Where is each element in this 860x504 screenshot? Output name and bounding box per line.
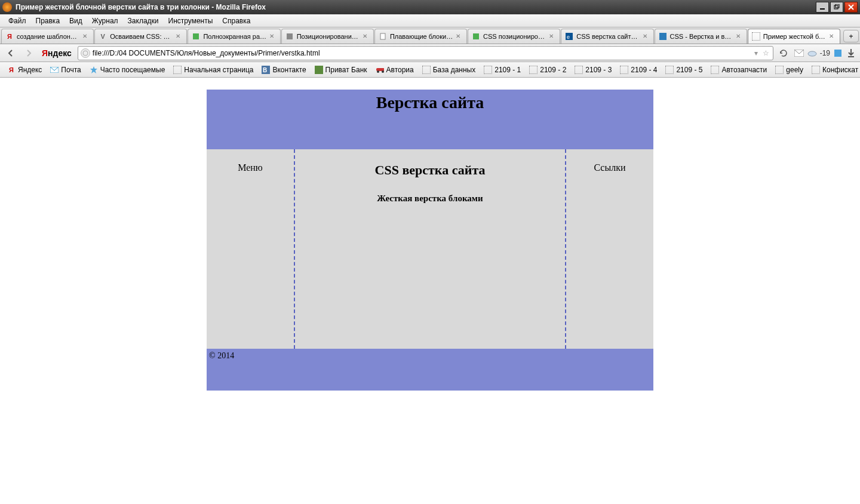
menu-edit[interactable]: Правка — [31, 16, 65, 26]
nav-extras: -19 — [794, 48, 856, 59]
site-header-title: Верстка сайта — [207, 90, 653, 112]
tab-favicon-icon — [285, 32, 294, 41]
bookmark-favicon-icon — [575, 66, 583, 74]
tab[interactable]: VОсваиваем CSS: ма...✕ — [94, 29, 187, 44]
bookmark-item[interactable]: База данных — [419, 64, 479, 76]
tab-close-icon[interactable]: ✕ — [549, 33, 556, 40]
svg-text:B: B — [263, 67, 267, 73]
bookmark-item[interactable]: ЯЯндекс — [4, 64, 45, 76]
bookmark-favicon-icon — [376, 66, 384, 74]
bookmark-label: Вконтакте — [272, 66, 306, 74]
tab-close-icon[interactable]: ✕ — [829, 33, 836, 40]
tab[interactable]: eCSS верстка сайта - ...✕ — [561, 29, 653, 44]
bookmark-item[interactable]: 2109 - 4 — [616, 64, 661, 76]
bookmark-favicon-icon — [50, 66, 59, 74]
svg-rect-6 — [287, 33, 293, 39]
bookmark-item[interactable]: 2109 - 2 — [526, 64, 570, 76]
tab-close-icon[interactable]: ✕ — [643, 33, 650, 40]
bookmark-item[interactable]: 2109 - 3 — [571, 64, 615, 76]
bookmark-label: Приват Банк — [325, 66, 367, 74]
site-footer-text: © 2014 — [209, 351, 234, 360]
tab[interactable]: CSS позиционирова...✕ — [468, 29, 560, 44]
site-header: Верстка сайта — [207, 90, 653, 149]
bookmark-favicon-icon — [315, 66, 323, 74]
svg-rect-5 — [193, 33, 199, 39]
yandex-search-icon[interactable]: Яндекс — [42, 48, 72, 58]
site-columns: Меню CSS верстка сайта Жесткая верстка б… — [207, 149, 653, 349]
bookmark-item[interactable]: Начальная страница — [170, 64, 257, 76]
menu-help[interactable]: Справка — [217, 16, 255, 26]
tab[interactable]: Позиционирование б...✕ — [281, 29, 374, 44]
bookmark-item[interactable]: Автозапчасти — [707, 64, 770, 76]
tab-close-icon[interactable]: ✕ — [363, 33, 370, 40]
bookmark-item[interactable]: Часто посещаемые — [86, 64, 169, 76]
menu-tools[interactable]: Инструменты — [164, 16, 218, 26]
bookmark-label: 2109 - 2 — [540, 66, 566, 74]
bookmark-label: Конфискат судебный — [822, 66, 860, 74]
center-column-subtitle: Жесткая верстка блоками — [295, 193, 565, 204]
right-column-title: Ссылки — [594, 162, 625, 173]
bookmark-item[interactable]: Почта — [47, 64, 84, 76]
bookmark-item[interactable]: geely — [772, 64, 807, 76]
bookmark-favicon-icon — [422, 66, 431, 74]
menubar: Файл Правка Вид Журнал Закладки Инструме… — [0, 14, 860, 27]
window-close-button[interactable] — [844, 2, 858, 13]
tab[interactable]: CSS - Верстка и выр...✕ — [655, 29, 747, 44]
bookmark-label: 2109 - 4 — [631, 66, 657, 74]
svg-rect-8 — [473, 33, 479, 39]
bookmark-item[interactable]: 2109 - 5 — [662, 64, 706, 76]
url-history-dropdown-icon[interactable]: ▾ — [753, 49, 759, 57]
bookmark-item[interactable]: BВконтакте — [258, 64, 309, 76]
nav-back-button[interactable] — [4, 46, 18, 60]
tab-favicon-icon — [192, 32, 200, 41]
tab-favicon-icon — [472, 32, 480, 41]
reload-button[interactable] — [777, 47, 790, 60]
bookmark-item[interactable]: Авториа — [372, 64, 417, 76]
tab-label: создание шаблона Fr... — [17, 33, 80, 40]
tab-label: Осваиваем CSS: ма... — [110, 33, 173, 40]
nav-forward-button[interactable] — [22, 46, 36, 60]
mail-notifier-icon[interactable] — [794, 48, 804, 59]
window-minimize-button[interactable] — [816, 2, 829, 13]
weather-icon[interactable] — [807, 48, 818, 59]
menu-view[interactable]: Вид — [64, 16, 87, 26]
bookmark-favicon-icon — [812, 66, 820, 74]
bookmark-item[interactable]: Приват Банк — [311, 64, 371, 76]
tab-favicon-icon — [752, 32, 760, 41]
tab-label: Позиционирование б... — [297, 33, 360, 40]
bookmark-star-icon[interactable]: ☆ — [761, 49, 770, 57]
url-input[interactable] — [93, 49, 751, 57]
tab-label: CSS верстка сайта - ... — [576, 33, 640, 40]
bookmark-item[interactable]: Конфискат судебный — [808, 64, 860, 76]
downloads-icon[interactable] — [846, 48, 856, 59]
menu-history[interactable]: Журнал — [87, 16, 123, 26]
tab-favicon-icon: Я — [5, 32, 14, 41]
new-tab-button[interactable]: + — [843, 30, 859, 42]
tab-close-icon[interactable]: ✕ — [269, 33, 277, 40]
extension-icon[interactable] — [833, 48, 843, 59]
bookmark-label: Часто посещаемые — [100, 66, 165, 74]
tab[interactable]: Плавающие блоки C...✕ — [374, 29, 467, 44]
menu-file[interactable]: Файл — [4, 16, 31, 26]
window-restore-button[interactable] — [830, 2, 843, 13]
tab[interactable]: Пример жесткой бло...✕ — [748, 29, 840, 44]
tab-label: Плавающие блоки C... — [390, 33, 453, 40]
svg-point-14 — [808, 51, 816, 56]
bookmark-item[interactable]: 2109 - 1 — [480, 64, 524, 76]
bookmark-label: 2109 - 1 — [494, 66, 521, 74]
bookmark-label: Почта — [61, 66, 81, 74]
tab-close-icon[interactable]: ✕ — [456, 33, 463, 40]
tab-favicon-icon — [659, 32, 667, 41]
bookmark-label: Авториа — [386, 66, 414, 74]
tab-close-icon[interactable]: ✕ — [736, 33, 743, 40]
page-identity-icon[interactable] — [81, 48, 90, 58]
tab[interactable]: Полноэкранная раз...✕ — [188, 29, 280, 44]
menu-bookmarks[interactable]: Закладки — [123, 16, 164, 26]
center-column-title: CSS верстка сайта — [295, 162, 565, 178]
tab[interactable]: Ясоздание шаблона Fr...✕ — [1, 29, 94, 44]
bookmark-label: Яндекс — [18, 66, 42, 74]
tab-close-icon[interactable]: ✕ — [176, 33, 183, 40]
bookmark-favicon-icon — [173, 66, 182, 74]
url-bar[interactable]: ▾ ☆ — [78, 46, 773, 60]
tab-close-icon[interactable]: ✕ — [82, 33, 90, 40]
